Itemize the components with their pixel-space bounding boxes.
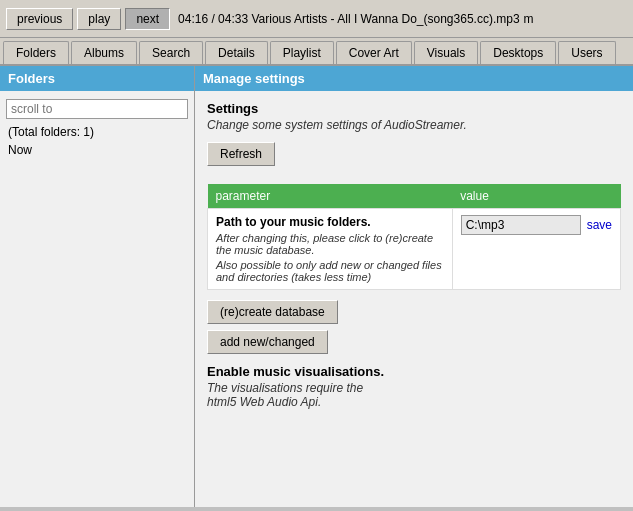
sidebar-header: Folders [0,66,194,91]
extra-label: m [524,12,534,26]
top-bar: previous play next 04:16 / 04:33 Various… [0,0,633,38]
add-new-button[interactable]: add new/changed [207,330,328,354]
path-row: Path to your music folders. After changi… [208,209,621,290]
sidebar: Folders (Total folders: 1) Now [0,66,195,507]
now-playing-label: 04:16 / 04:33 Various Artists - All I Wa… [178,12,520,26]
settings-desc: Change some system settings of AudioStre… [207,118,621,132]
nav-tab-albums[interactable]: Albums [71,41,137,64]
scroll-input[interactable] [6,99,188,119]
value-col-header: value [452,184,620,209]
save-link[interactable]: save [587,218,612,232]
nav-tab-playlist[interactable]: Playlist [270,41,334,64]
path-desc-1: Path to your music folders. [216,215,444,229]
content-area: Manage settings Settings Change some sys… [195,66,633,507]
param-table: parameter value Path to your music folde… [207,184,621,290]
nav-tab-coverart[interactable]: Cover Art [336,41,412,64]
nav-tab-folders[interactable]: Folders [3,41,69,64]
path-value-row: save [461,215,612,235]
main-layout: Folders (Total folders: 1) Now Manage se… [0,66,633,507]
settings-title: Settings [207,101,621,116]
nav-tab-desktops[interactable]: Desktops [480,41,556,64]
viz-title: Enable music visualisations. [207,364,621,379]
nav-tabs: FoldersAlbumsSearchDetailsPlaylistCover … [0,38,633,66]
recreate-db-button[interactable]: (re)create database [207,300,338,324]
param-col-header: parameter [208,184,453,209]
play-button[interactable]: play [77,8,121,30]
path-param-cell: Path to your music folders. After changi… [208,209,453,290]
path-desc-3: Also possible to only add new or changed… [216,259,444,283]
viz-section: Enable music visualisations. The visuali… [207,364,621,409]
refresh-button[interactable]: Refresh [207,142,275,166]
nav-tab-visuals[interactable]: Visuals [414,41,478,64]
folder-count: (Total folders: 1) [0,123,194,141]
nav-tab-details[interactable]: Details [205,41,268,64]
viz-desc-1: The visualisations require the [207,381,621,395]
nav-tab-users[interactable]: Users [558,41,615,64]
content-header: Manage settings [195,66,633,91]
path-value-cell: save [452,209,620,290]
folder-now: Now [0,141,194,159]
nav-tab-search[interactable]: Search [139,41,203,64]
next-button[interactable]: next [125,8,170,30]
content-body: Settings Change some system settings of … [195,91,633,507]
db-buttons: (re)create database add new/changed [207,300,621,354]
path-desc-2: After changing this, please click to (re… [216,232,444,256]
previous-button[interactable]: previous [6,8,73,30]
music-path-input[interactable] [461,215,581,235]
viz-desc-2: html5 Web Audio Api. [207,395,621,409]
